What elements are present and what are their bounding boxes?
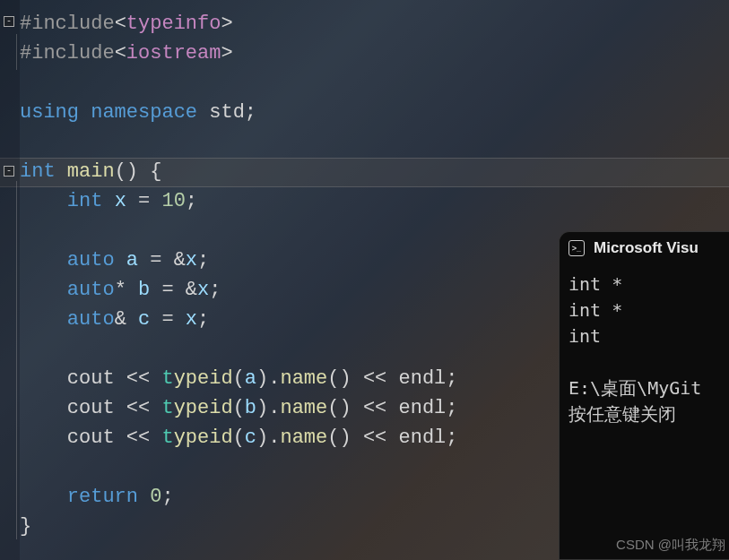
code-token: { xyxy=(150,160,161,183)
code-token: > xyxy=(221,42,232,65)
code-line[interactable]: cout << typeid(b).name() << endl; xyxy=(20,393,458,423)
code-token: name xyxy=(280,397,327,419)
code-token: ; xyxy=(186,190,197,212)
code-token: t xyxy=(161,397,173,419)
code-token: << xyxy=(363,426,386,449)
code-token: () xyxy=(327,426,351,449)
code-token: using xyxy=(20,101,79,124)
code-token: ; xyxy=(197,249,209,271)
fold-toggle-icon[interactable]: - xyxy=(4,166,14,177)
code-token: ypeid xyxy=(174,426,233,449)
code-token xyxy=(20,279,67,301)
code-token xyxy=(150,426,161,449)
code-token xyxy=(351,367,363,390)
code-line[interactable]: using namespace std; xyxy=(20,98,458,127)
code-line[interactable] xyxy=(20,127,458,157)
code-token xyxy=(351,426,363,449)
code-token: t xyxy=(161,426,173,449)
code-line[interactable]: int x = 10; xyxy=(20,186,458,216)
terminal-output[interactable]: int * int * int E:\桌面\MyGit 按任意键关闭 xyxy=(560,264,729,435)
code-token xyxy=(20,367,67,390)
code-token: int xyxy=(20,160,56,183)
code-token xyxy=(20,486,67,508)
code-token: << xyxy=(126,426,150,449)
code-token: << xyxy=(363,397,386,419)
code-token: ; xyxy=(209,279,221,301)
code-token: } xyxy=(20,515,31,538)
code-token xyxy=(115,367,126,390)
code-token: cout xyxy=(67,367,115,390)
code-token: . xyxy=(268,367,280,390)
code-token xyxy=(126,190,138,212)
code-token: x xyxy=(197,279,209,301)
code-token xyxy=(138,160,150,183)
code-line[interactable]: auto& c = x; xyxy=(20,305,458,334)
code-token xyxy=(102,190,114,212)
code-token xyxy=(386,367,398,390)
code-token: << xyxy=(126,397,150,419)
code-token: auto xyxy=(67,249,115,271)
code-token xyxy=(79,101,91,124)
code-token: b xyxy=(245,397,256,419)
code-token: x xyxy=(186,249,197,271)
code-token xyxy=(174,279,186,301)
code-token: b xyxy=(138,279,150,301)
code-token: ; xyxy=(446,397,457,419)
code-token: ; xyxy=(197,308,209,331)
code-token: < xyxy=(115,13,126,35)
code-token xyxy=(150,308,161,331)
code-token xyxy=(386,397,398,419)
code-token: ) xyxy=(256,367,268,390)
code-line[interactable]: cout << typeid(a).name() << endl; xyxy=(20,364,458,393)
code-token: << xyxy=(363,367,386,390)
code-token xyxy=(56,160,67,183)
code-token: a xyxy=(126,249,138,271)
code-line[interactable]: auto* b = &x; xyxy=(20,275,458,305)
code-token: a xyxy=(245,367,256,390)
code-line[interactable] xyxy=(20,216,458,246)
code-token: c xyxy=(245,426,256,449)
code-token: cout xyxy=(67,397,115,419)
code-line[interactable] xyxy=(20,68,458,98)
code-token xyxy=(138,486,150,508)
code-line[interactable]: auto a = &x; xyxy=(20,246,458,275)
code-token: 10 xyxy=(161,190,185,212)
code-token: ) xyxy=(256,397,268,419)
code-line[interactable]: #include<typeinfo> xyxy=(20,9,458,39)
code-token: ; xyxy=(446,367,457,390)
code-token xyxy=(20,426,67,449)
code-token: = xyxy=(161,279,173,301)
code-line[interactable]: return 0; xyxy=(20,482,458,512)
code-line[interactable]: cout << typeid(c).name() << endl; xyxy=(20,423,458,452)
code-token: ( xyxy=(233,367,245,390)
code-token: () xyxy=(327,367,351,390)
code-token: ( xyxy=(233,397,245,419)
code-token: ypeid xyxy=(174,397,233,419)
code-token: ( xyxy=(233,426,245,449)
code-token xyxy=(138,249,150,271)
code-token: > xyxy=(221,13,232,35)
code-line[interactable] xyxy=(20,452,458,482)
code-token: int xyxy=(67,190,103,212)
code-token xyxy=(115,249,126,271)
code-line[interactable]: int main() { xyxy=(20,157,458,186)
code-line[interactable]: #include<iostream> xyxy=(20,39,458,68)
code-token: namespace xyxy=(91,101,197,124)
code-line[interactable] xyxy=(20,334,458,364)
terminal-titlebar[interactable]: >_ Microsoft Visu xyxy=(560,232,729,264)
code-token: main xyxy=(67,160,115,183)
code-token xyxy=(174,308,186,331)
code-token: = xyxy=(161,308,173,331)
code-token xyxy=(20,190,67,212)
code-token: 0 xyxy=(150,486,161,508)
code-token: #include xyxy=(20,42,115,65)
code-content[interactable]: #include<typeinfo>#include<iostream>usin… xyxy=(20,9,458,541)
code-token: * xyxy=(115,279,126,301)
code-line[interactable]: } xyxy=(20,512,458,541)
fold-guide xyxy=(16,34,17,70)
code-token: << xyxy=(126,367,150,390)
terminal-window[interactable]: >_ Microsoft Visu int * int * int E:\桌面\… xyxy=(559,231,729,560)
code-token: < xyxy=(115,42,126,65)
code-token: ; xyxy=(161,486,173,508)
fold-toggle-icon[interactable]: - xyxy=(4,16,14,27)
